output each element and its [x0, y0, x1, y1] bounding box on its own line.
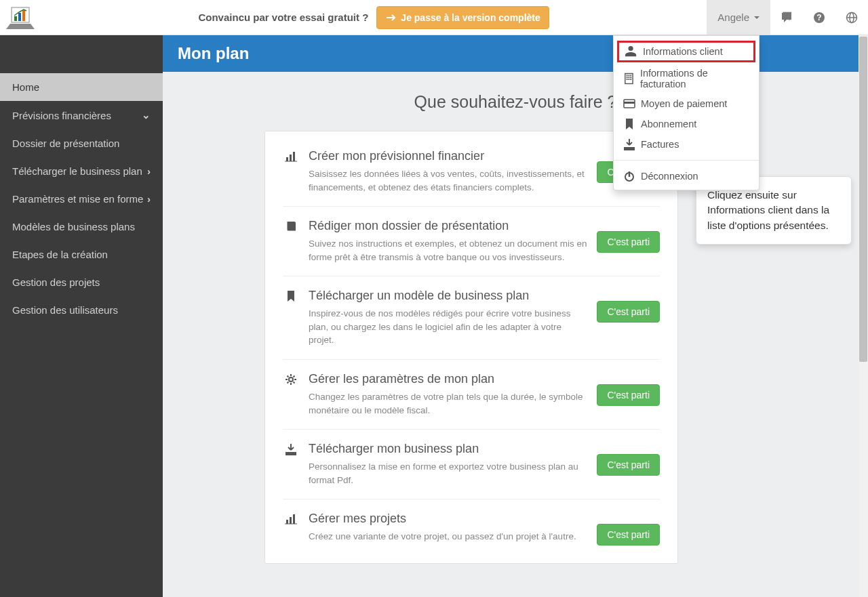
- task-row-2: Télécharger un modèle de business plan I…: [283, 276, 660, 360]
- sidebar-item-label: Dossier de présentation: [12, 138, 119, 149]
- sidebar-item-7[interactable]: Gestion des projets: [0, 268, 163, 296]
- task-row-4: Télécharger mon business plan Personnali…: [283, 430, 660, 499]
- task-go-button-1[interactable]: C'est parti: [597, 231, 660, 253]
- building-icon: [623, 73, 635, 85]
- tasks-panel: Créer mon prévisionnel financier Saisiss…: [264, 131, 678, 564]
- trial-text: Convaincu par votre essai gratuit ?: [198, 12, 368, 23]
- page-header: Mon plan: [163, 35, 868, 72]
- topbar: Convaincu par votre essai gratuit ? Je p…: [0, 0, 868, 35]
- task-go-button-4[interactable]: C'est parti: [597, 454, 660, 476]
- scrollbar[interactable]: [859, 35, 868, 597]
- task-desc: Créez une variante de votre projet, ou p…: [309, 530, 587, 543]
- task-row-5: Gérer mes projets Créez une variante de …: [283, 499, 660, 558]
- task-go-button-3[interactable]: C'est parti: [597, 384, 660, 406]
- credit-card-icon: [623, 98, 635, 110]
- chevron-down-icon: ⌄: [142, 109, 151, 121]
- sidebar-item-label: Télécharger le business plan: [12, 165, 142, 177]
- sidebar-item-label: Modèles de business plans: [12, 221, 135, 232]
- bar-chart-icon: [283, 149, 299, 194]
- page-title: Mon plan: [178, 44, 249, 63]
- task-go-button-5[interactable]: C'est parti: [597, 524, 660, 545]
- book-icon: [283, 219, 299, 264]
- bar-chart-icon: [283, 512, 299, 545]
- sidebar: Home Prévisions financières⌄ Dossier de …: [0, 35, 163, 597]
- dropdown-logout[interactable]: Déconnexion: [614, 166, 759, 186]
- upgrade-button[interactable]: Je passe à la version complète: [376, 6, 549, 29]
- chevron-right-icon: ›: [147, 165, 151, 177]
- task-title: Gérer mes projets: [309, 512, 587, 526]
- bookmark-icon: [283, 289, 299, 347]
- bar-chart-icon: [285, 150, 297, 163]
- svg-marker-25: [6, 24, 35, 29]
- dropdown-item-4[interactable]: Factures: [614, 134, 759, 155]
- chat-button[interactable]: [770, 0, 803, 35]
- task-title: Rédiger mon dossier de présentation: [309, 219, 587, 233]
- globe-button[interactable]: [835, 0, 868, 35]
- dropdown-item-0[interactable]: Informations client: [617, 41, 755, 62]
- dropdown-logout-label: Déconnexion: [641, 171, 698, 182]
- task-row-3: Gérer les paramètres de mon plan Changez…: [283, 360, 660, 430]
- dropdown-item-label: Factures: [641, 139, 679, 150]
- user-icon: [625, 45, 637, 58]
- callout-text: Cliquez ensuite sur Informations client …: [707, 189, 829, 231]
- sidebar-item-4[interactable]: Paramètres et mise en forme›: [0, 185, 163, 213]
- upgrade-label: Je passe à la version complète: [401, 12, 540, 23]
- chat-icon: [781, 12, 793, 24]
- dropdown-item-label: Informations de facturation: [640, 68, 749, 89]
- chevron-right-icon: [385, 12, 397, 24]
- dropdown-item-3[interactable]: Abonnement: [614, 114, 759, 134]
- chevron-right-icon: ›: [147, 193, 151, 205]
- task-desc: Changez les paramètres de votre plan tel…: [309, 390, 587, 417]
- svg-rect-28: [18, 13, 21, 21]
- dropdown-item-label: Abonnement: [641, 119, 696, 129]
- globe-icon: [846, 12, 858, 24]
- svg-rect-29: [22, 10, 25, 21]
- bookmark-icon: [285, 290, 297, 302]
- power-icon: [623, 170, 635, 182]
- sidebar-item-label: Etapes de la création: [12, 249, 108, 260]
- task-go-button-2[interactable]: C'est parti: [597, 301, 660, 323]
- user-name: Angele: [717, 12, 749, 23]
- user-dropdown: Informations client Informations de fact…: [613, 35, 760, 190]
- sidebar-item-label: Gestion des utilisateurs: [12, 304, 118, 316]
- nav-right: Angele: [707, 0, 868, 35]
- sidebar-item-3[interactable]: Télécharger le business plan›: [0, 157, 163, 185]
- task-desc: Personnalisez la mise en forme et export…: [309, 460, 587, 487]
- gear-icon: [285, 373, 297, 386]
- dropdown-item-label: Informations client: [643, 46, 723, 57]
- task-row-0: Créer mon prévisionnel financier Saisiss…: [283, 137, 660, 207]
- dropdown-divider: [614, 160, 759, 161]
- sidebar-item-label: Prévisions financières: [12, 110, 111, 121]
- sidebar-item-8[interactable]: Gestion des utilisateurs: [0, 296, 163, 324]
- sidebar-item-1[interactable]: Prévisions financières⌄: [0, 101, 163, 129]
- sidebar-item-5[interactable]: Modèles de business plans: [0, 213, 163, 241]
- user-menu-toggle[interactable]: Angele: [707, 0, 770, 35]
- task-desc: Suivez nos instructions et exemples, et …: [309, 237, 587, 264]
- help-button[interactable]: [803, 0, 835, 35]
- task-title: Télécharger un modèle de business plan: [309, 289, 587, 303]
- dropdown-item-2[interactable]: Moyen de paiement: [614, 94, 759, 114]
- help-icon: [813, 12, 825, 24]
- sidebar-item-0[interactable]: Home: [0, 73, 163, 101]
- bar-chart-icon: [285, 513, 297, 525]
- sidebar-item-label: Gestion des projets: [12, 276, 100, 288]
- gear-icon: [283, 372, 299, 417]
- task-desc: Inspirez-vous de nos modèles rédigés pou…: [309, 307, 587, 347]
- dropdown-item-1[interactable]: Informations de facturation: [614, 64, 759, 94]
- bookmark-icon: [623, 118, 635, 130]
- sidebar-item-6[interactable]: Etapes de la création: [0, 241, 163, 268]
- download-icon: [623, 138, 635, 150]
- task-desc: Saisissez les données liées à vos ventes…: [309, 167, 587, 194]
- main-area: Mon plan Que souhaitez-vous faire ? Crée…: [163, 35, 868, 597]
- download-icon: [285, 443, 297, 455]
- task-row-1: Rédiger mon dossier de présentation Suiv…: [283, 207, 660, 276]
- svg-rect-27: [14, 16, 17, 21]
- logo[interactable]: [0, 6, 41, 29]
- task-title: Créer mon prévisionnel financier: [309, 149, 587, 163]
- sidebar-item-label: Home: [12, 81, 39, 93]
- sidebar-item-2[interactable]: Dossier de présentation: [0, 129, 163, 157]
- book-icon: [285, 220, 297, 232]
- sidebar-item-label: Paramètres et mise en forme: [12, 193, 143, 205]
- task-title: Télécharger mon business plan: [309, 442, 587, 456]
- task-title: Gérer les paramètres de mon plan: [309, 372, 587, 386]
